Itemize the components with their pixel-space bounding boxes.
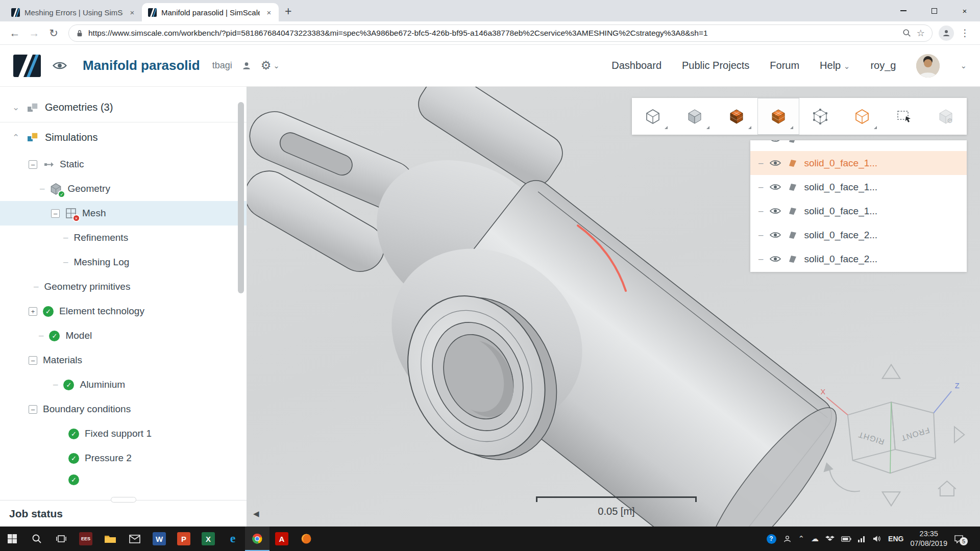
tab-meshing-errors[interactable]: Meshing Errors | Using SimScale × <box>5 3 142 21</box>
zoom-icon[interactable] <box>902 29 912 38</box>
nav-up-arrow[interactable] <box>883 365 900 379</box>
collapse-expander[interactable]: – <box>29 356 37 365</box>
nav-face-right[interactable] <box>848 402 895 460</box>
taskbar-app-firefox[interactable] <box>294 527 318 551</box>
visibility-eye-icon[interactable] <box>769 207 781 215</box>
tree-item-meshing-log[interactable]: – Meshing Log <box>0 250 247 274</box>
visibility-eye-icon[interactable] <box>769 140 781 143</box>
tree-item-element-technology[interactable]: + ✓ Element technology <box>0 299 247 323</box>
mesh-settings-button[interactable]: ⚙ <box>925 98 967 135</box>
taskbar-app-powerpoint[interactable]: P <box>172 527 196 551</box>
home-icon[interactable] <box>938 481 956 496</box>
nav-rotate-arrow[interactable] <box>829 467 860 491</box>
nav-public-projects[interactable]: Public Projects <box>682 60 749 71</box>
user-avatar[interactable] <box>916 54 940 78</box>
visibility-eye-icon[interactable] <box>769 255 781 263</box>
start-button[interactable] <box>0 527 24 551</box>
tree-item-geometry[interactable]: – ✓ Geometry <box>0 177 247 201</box>
username[interactable]: roy_g <box>870 60 896 71</box>
browser-menu-icon[interactable]: ⋮ <box>956 27 974 39</box>
wireframe-cube-button[interactable] <box>841 98 883 135</box>
visibility-eye-icon[interactable] <box>769 231 781 239</box>
nav-down-arrow[interactable] <box>883 492 900 506</box>
collapse-expander[interactable]: – <box>29 160 37 169</box>
face-list-row-selected[interactable]: – solid_0_face_1... <box>750 151 967 175</box>
taskbar-clock[interactable]: 23:35 07/08/2019 <box>910 529 947 548</box>
chevron-down-icon[interactable]: ⌄ <box>960 61 967 70</box>
close-button[interactable]: × <box>949 0 980 21</box>
action-center-button[interactable]: 5 <box>954 535 966 543</box>
language-indicator[interactable]: ENG <box>888 535 903 543</box>
taskbar-app-ees[interactable]: EES <box>74 527 98 551</box>
search-button[interactable] <box>24 527 49 551</box>
tab-close-icon[interactable]: × <box>128 8 137 17</box>
chevron-down-icon[interactable]: ⌄ <box>11 102 20 113</box>
nav-face-right-label[interactable]: RIGHT <box>857 430 886 446</box>
task-view-button[interactable] <box>49 527 74 551</box>
minimize-button[interactable] <box>888 0 919 21</box>
refresh-button[interactable]: ↻ <box>45 24 62 42</box>
visibility-eye-icon[interactable] <box>769 183 781 191</box>
geometry-cube-button[interactable] <box>632 98 674 135</box>
tab-close-icon[interactable]: × <box>264 8 274 17</box>
new-tab-button[interactable]: + <box>279 5 299 21</box>
nav-right-arrow[interactable] <box>954 427 964 443</box>
nav-forum[interactable]: Forum <box>770 60 799 71</box>
tree-item-mesh[interactable]: – × Mesh <box>0 201 247 226</box>
bookmark-star-icon[interactable]: ☆ <box>917 28 925 39</box>
face-list-row[interactable]: – solid_0_face_1... <box>750 175 967 199</box>
browser-profile-button[interactable] <box>939 26 954 41</box>
tree-item-pressure-2[interactable]: ✓ Pressure 2 <box>0 446 247 470</box>
nav-dashboard[interactable]: Dashboard <box>611 60 662 71</box>
taskbar-app-word[interactable]: W <box>147 527 172 551</box>
forward-button[interactable]: → <box>26 24 43 42</box>
expand-expander[interactable]: + <box>29 307 37 316</box>
sidebar-collapse-arrow[interactable]: ◀ <box>253 509 259 518</box>
tree-item-aluminium[interactable]: – ✓ Aluminium <box>0 372 247 397</box>
panel-drag-handle-icon[interactable] <box>111 497 136 503</box>
tab-manifold-parasolid[interactable]: Manifold parasolid | SimScale Wo × <box>142 3 279 21</box>
back-button[interactable]: ← <box>6 24 23 42</box>
nav-face-front-label[interactable]: FRONT <box>900 426 931 443</box>
taskbar-app-edge[interactable]: e <box>220 527 245 551</box>
taskbar-app-mail[interactable] <box>122 527 147 551</box>
taskbar-app-excel[interactable]: X <box>196 527 220 551</box>
dropbox-icon[interactable] <box>825 535 835 543</box>
face-list-row[interactable]: – <box>750 140 967 151</box>
project-settings-button[interactable]: ⚙ ⌄ <box>261 59 280 72</box>
face-list-row[interactable]: – solid_0_face_2... <box>750 247 967 271</box>
lattice-cube-button[interactable] <box>799 98 841 135</box>
tree-item-simulations[interactable]: ⌃ Simulations <box>0 122 247 152</box>
simscale-logo[interactable] <box>13 55 41 77</box>
nav-help[interactable]: Help ⌄ <box>820 60 850 71</box>
collapse-expander[interactable]: – <box>29 405 37 414</box>
tree-item-geometries[interactable]: ⌄ Geometries (3) <box>0 93 247 122</box>
address-bar[interactable]: https://www.simscale.com/workbench/?pid=… <box>68 24 933 42</box>
chevron-up-icon[interactable]: ⌃ <box>11 132 20 143</box>
maximize-button[interactable] <box>919 0 949 21</box>
people-icon[interactable] <box>783 535 792 543</box>
navigation-cube[interactable]: RIGHT FRONT X Z <box>815 359 968 511</box>
taskbar-app-chrome[interactable] <box>245 527 270 551</box>
tree-item-model[interactable]: – ✓ Model <box>0 323 247 348</box>
job-status-panel[interactable]: Job status <box>0 500 247 527</box>
battery-icon[interactable] <box>841 536 851 542</box>
mesh-quality-orange-button[interactable] <box>757 98 799 135</box>
tree-item-static[interactable]: – Static <box>0 152 247 177</box>
sidebar-scrollbar[interactable] <box>238 102 244 293</box>
tree-item-refinements[interactable]: – Refinements <box>0 226 247 250</box>
tree-item-clipped[interactable]: ✓ <box>0 470 247 486</box>
tree-item-boundary-conditions[interactable]: – Boundary conditions <box>0 397 247 421</box>
help-icon[interactable]: ? <box>767 534 776 544</box>
face-list-row[interactable]: – solid_0_face_1... <box>750 199 967 223</box>
tree-item-geometry-primitives[interactable]: – Geometry primitives <box>0 274 247 299</box>
face-list-row[interactable]: – solid_0_face_2... <box>750 223 967 247</box>
visibility-eye-icon[interactable] <box>769 159 781 167</box>
network-signal-icon[interactable] <box>858 536 866 542</box>
taskbar-app-file-explorer[interactable] <box>98 527 122 551</box>
tree-item-fixed-support-1[interactable]: ✓ Fixed support 1 <box>0 421 247 446</box>
tree-item-materials[interactable]: – Materials <box>0 348 247 372</box>
chevron-up-icon[interactable]: ⌃ <box>798 534 805 543</box>
taskbar-app-acrobat[interactable]: A <box>270 527 294 551</box>
box-select-button[interactable] <box>883 98 925 135</box>
